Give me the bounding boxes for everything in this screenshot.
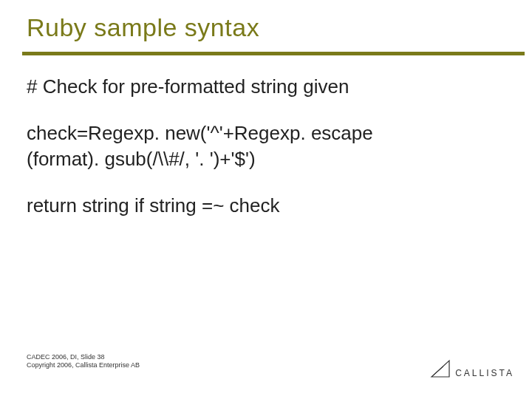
code-block: check=Regexp. new('^'+Regexp. escape (fo… [27,120,499,172]
footer-line-1: CADEC 2006, DI, Slide 38 [27,353,140,361]
code-line-2: (format). gsub(/\\#/, '. ')+'$') [27,146,499,172]
logo-text: CALLISTA [455,368,514,378]
svg-line-1 [432,366,443,377]
slide: Ruby sample syntax # Check for pre-forma… [0,0,532,399]
slide-title: Ruby sample syntax [27,13,259,42]
code-return: return string if string =~ check [27,193,499,219]
slide-body: # Check for pre-formatted string given c… [27,74,499,239]
footer: CADEC 2006, DI, Slide 38 Copyright 2006,… [27,353,140,370]
logo: CALLISTA [430,359,514,378]
code-line-1: check=Regexp. new('^'+Regexp. escape [27,120,499,146]
footer-line-2: Copyright 2006, Callista Enterprise AB [27,361,140,369]
code-comment: # Check for pre-formatted string given [27,74,499,100]
title-divider [22,52,525,55]
triangle-icon [430,359,451,378]
